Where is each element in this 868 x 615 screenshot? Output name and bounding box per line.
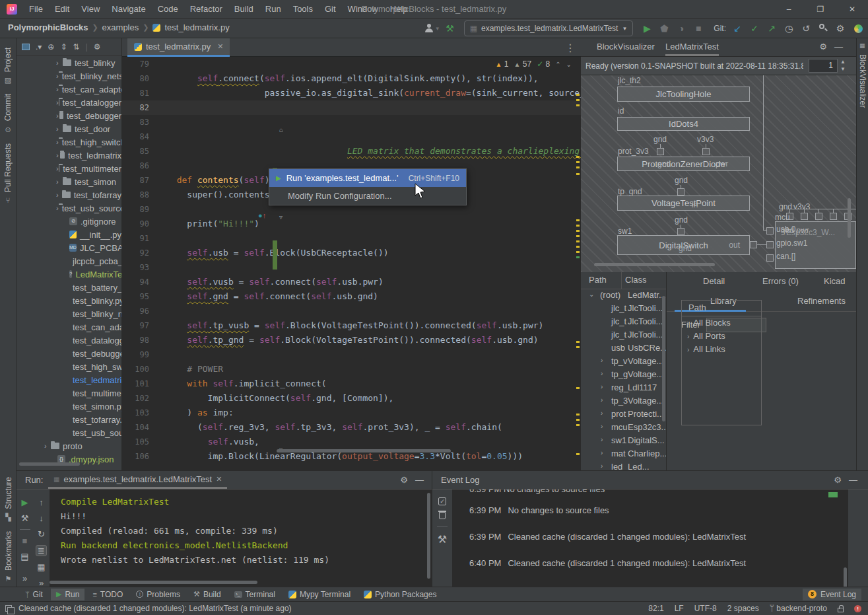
design-tree-row[interactable]: jlc_tJlcTooli... <box>581 303 666 316</box>
tree-file[interactable]: jlcpcb_pcba_prod.py <box>17 254 121 268</box>
code-line[interactable]: 103 ) as imp: <box>122 406 581 420</box>
gear-icon[interactable]: ⚙ <box>400 475 408 485</box>
git-commit-icon[interactable]: ✓ <box>746 23 763 34</box>
pin[interactable] <box>766 254 774 262</box>
up-stack-icon[interactable]: ↑ <box>39 497 44 507</box>
block-iddots4[interactable]: IdDots4 <box>617 117 750 131</box>
expand-all-icon[interactable]: ⇕ <box>60 42 67 52</box>
stripe-pull-requests[interactable]: Pull Requests⑂ <box>0 143 16 204</box>
tree-folder-test_blinky[interactable]: ›test_blinky <box>17 56 121 69</box>
library-row-all-ports[interactable]: ›All Ports <box>682 330 761 343</box>
git-branch[interactable]: ᛘ backend-proto <box>770 604 827 613</box>
layout-icon[interactable]: ▤ <box>20 552 28 561</box>
locate-icon[interactable]: ⊕ <box>48 42 54 52</box>
down-stack-icon[interactable]: ↓ <box>39 513 44 523</box>
toolwindow-problems[interactable]: !Problems <box>131 589 185 600</box>
context-menu-modify-item[interactable]: Modify Run Configuration... <box>269 187 466 205</box>
code-line[interactable]: 81 passive_io.as_digital_sink(current_dr… <box>122 86 581 100</box>
block-protectionzenerdiode[interactable]: ProtectionZenerDiode gnd pwr <box>617 157 750 171</box>
tree-folder-test_high_switch[interactable]: ›test_high_switch <box>17 135 121 149</box>
close-icon[interactable]: ✕ <box>217 42 223 51</box>
depth-stepper-value[interactable]: 1 <box>809 59 838 73</box>
tree-folder-test_simon[interactable]: ›test_simon <box>17 175 121 188</box>
block-digitalswitch[interactable]: DigitalSwitch gnd out <box>617 235 750 255</box>
pin[interactable] <box>766 241 774 248</box>
minimize-icon[interactable]: — <box>849 475 857 485</box>
pin[interactable] <box>815 213 822 220</box>
toolwindow-python-packages[interactable]: Python Packages <box>358 589 442 600</box>
code-line[interactable]: 85 LED matrix that demonstrates a charli… <box>122 144 581 159</box>
tree-folder-test_datalogger[interactable]: ›test_datalogger <box>17 96 121 109</box>
code-line[interactable]: 104 (self.reg_3v3, self.tp_3v3, self.pro… <box>122 420 581 435</box>
debug-button[interactable]: ⬟ <box>655 23 673 34</box>
code-line[interactable]: 80 self.connect(self.ios.append_elt(Digi… <box>122 71 581 86</box>
code-line[interactable]: 101 with self.implicit_connect( <box>122 377 581 391</box>
code-line[interactable]: 92 self.usb = self.Block(UsbCReceptacle(… <box>122 246 581 260</box>
code-line[interactable]: 82 <box>122 100 581 115</box>
code-line[interactable]: 100 # POWER <box>122 362 581 377</box>
view-options-icon[interactable]: .▾ <box>36 42 42 52</box>
pin[interactable] <box>657 148 664 155</box>
profile-button[interactable]: ◑ <box>673 23 690 34</box>
pin[interactable] <box>766 227 774 235</box>
design-tree-row[interactable]: ›mcuEsp32c3... <box>581 421 666 435</box>
code-line[interactable]: 102 ImplicitConnect(self.gnd, [Common]), <box>122 391 581 406</box>
run-console[interactable]: Compile LedMatrixTestHi!!!Compiled (relo… <box>50 489 432 587</box>
tree-folder-test_door[interactable]: ›test_door <box>17 122 121 135</box>
menu-code[interactable]: Code <box>152 2 184 16</box>
design-tree-row[interactable]: ⌄(root)LedMatr... <box>581 289 666 303</box>
toolwindow-terminal[interactable]: ›_Terminal <box>229 589 281 600</box>
tab-errors[interactable]: Errors (0) <box>762 276 799 286</box>
editor-hscrollbar[interactable] <box>277 449 451 452</box>
design-tree-row[interactable]: ›ledLed... <box>581 461 666 470</box>
breadcrumb-item[interactable]: test_ledmatrix.py <box>164 22 229 32</box>
log-vscrollbar[interactable] <box>844 567 847 587</box>
minimize-icon[interactable]: — <box>834 42 843 52</box>
run-button[interactable]: ▶ <box>638 23 655 34</box>
tree-file[interactable]: test_blinky.py <box>17 294 121 307</box>
stripe-bookmarks[interactable]: Bookmarks⚑ <box>0 531 17 583</box>
diagram-hscrollbar[interactable] <box>594 263 715 266</box>
editor[interactable]: test_ledmatrix.py ✕ ⋮ 7980 self.connect(… <box>122 38 581 470</box>
more-icon[interactable]: » <box>39 578 44 587</box>
code-line[interactable]: 105 self.vusb, <box>122 435 581 449</box>
project-view-icon[interactable] <box>22 44 30 50</box>
design-tree-row[interactable]: ›sw1DigitalS... <box>581 435 666 448</box>
stop-button[interactable]: ■ <box>690 23 707 34</box>
code-line[interactable]: 84 <box>122 129 581 144</box>
code-line[interactable]: 95 self.gnd = self.connect(self.usb.gnd) <box>122 289 581 304</box>
tab-detail[interactable]: Detail <box>703 276 725 286</box>
tab-refinements[interactable]: Refinements <box>797 296 846 306</box>
fold-marker-icon[interactable]: ▿ <box>279 213 287 221</box>
tree-folder-test_usb_source[interactable]: ›test_usb_source <box>17 201 121 215</box>
maximize-icon[interactable]: ❐ <box>805 0 836 18</box>
close-icon[interactable]: ✕ <box>836 0 868 18</box>
event-log-body[interactable]: 6:39 PM No changes to source files 6:39 … <box>452 489 848 587</box>
code-line[interactable]: 96 <box>122 304 581 318</box>
tree-folder-test_ledmatrix[interactable]: ›test_ledmatrix <box>17 149 121 162</box>
column-header-class[interactable]: Class <box>625 275 647 285</box>
code-line[interactable]: 93 <box>122 260 581 275</box>
stripe-blockvisualizer[interactable]: BlockVisualizer <box>858 54 867 108</box>
menu-git[interactable]: Git <box>319 2 341 16</box>
line-separator[interactable]: LF <box>675 604 684 613</box>
indent-style[interactable]: 2 spaces <box>727 604 759 613</box>
tab-kicad[interactable]: Kicad <box>824 276 846 286</box>
file-encoding[interactable]: UTF-8 <box>694 604 717 613</box>
rollback-icon[interactable]: ↺ <box>797 23 815 34</box>
settings-gear-icon[interactable]: ⚙ <box>832 23 849 34</box>
override-gutter-icon[interactable]: ●↑ <box>258 211 266 219</box>
pin[interactable] <box>677 228 684 235</box>
tab-ledmatrixtest[interactable]: LedMatrixTest <box>665 42 719 56</box>
tree-folder-test_blinky_nets[interactable]: ›test_blinky_nets <box>17 69 121 83</box>
minimize-icon[interactable]: – <box>773 0 805 18</box>
pin[interactable] <box>702 148 710 155</box>
error-indicator-icon[interactable]: ! <box>854 605 861 612</box>
inspection-widget[interactable]: ▲ 1 ▲ 57 ✓ 8 ⌃ ⌄ <box>496 59 572 69</box>
rerun-button[interactable]: ▶ <box>22 497 28 507</box>
history-icon[interactable]: ◷ <box>780 23 797 34</box>
tree-file[interactable]: test_tofarray.py <box>17 413 121 426</box>
menu-build[interactable]: Build <box>229 2 259 16</box>
tree-file[interactable]: test_simon.py <box>17 400 121 413</box>
menu-refactor[interactable]: Refactor <box>185 2 228 16</box>
